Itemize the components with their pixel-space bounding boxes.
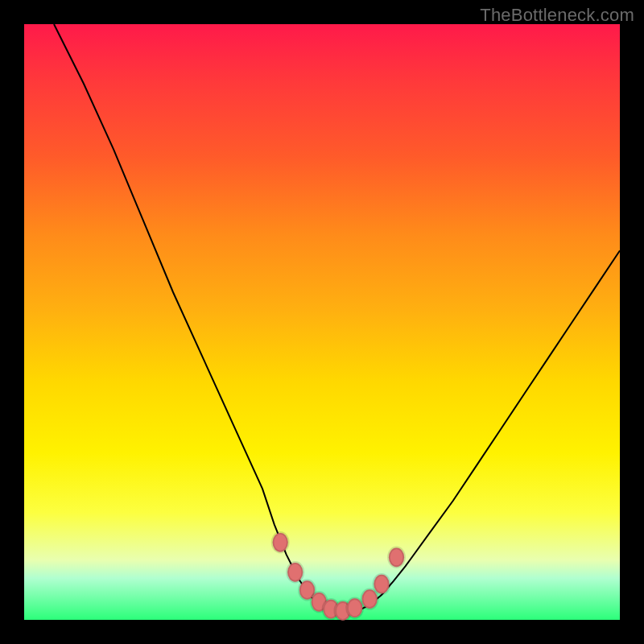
marker-point (347, 598, 362, 617)
plot-svg (24, 24, 620, 620)
marker-point (273, 533, 288, 552)
plot-area (24, 24, 620, 620)
marker-point (389, 547, 404, 567)
marker-group (273, 533, 405, 621)
marker-point (374, 575, 389, 594)
marker-point (362, 589, 378, 609)
left-branch-curve (54, 24, 346, 613)
right-branch-curve (346, 250, 620, 613)
watermark-text: TheBottleneck.com (480, 5, 634, 26)
marker-point (287, 563, 303, 582)
